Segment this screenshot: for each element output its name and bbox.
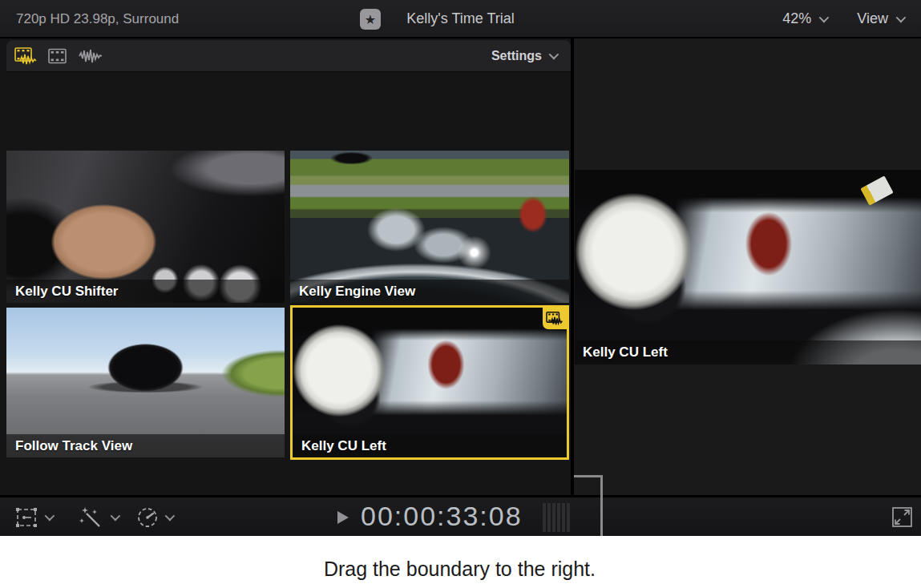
angle-label: Kelly CU Left [301, 438, 386, 454]
chevron-down-icon [549, 50, 559, 60]
speedometer-icon [136, 506, 159, 529]
screenshot-stage: 720p HD 23.98p, Surround Kelly's Time Tr… [0, 0, 921, 588]
angle-label-bar: Kelly CU Left [293, 434, 567, 457]
transform-icon [14, 506, 38, 529]
angle-label-bar: Follow Track View [6, 434, 285, 457]
caption-text: Drag the boundary to the right. [324, 558, 596, 581]
angle-thumbnail-follow-track-view[interactable]: Follow Track View [6, 308, 285, 457]
angle-label-bar: Kelly CU Shifter [6, 280, 285, 303]
chevron-down-icon[interactable] [819, 13, 830, 23]
angle-thumbnail-kelly-cu-left[interactable]: Kelly CU Left [293, 308, 567, 457]
magic-wand-icon [79, 505, 104, 530]
audio-meters[interactable] [543, 503, 570, 532]
retime-tool-button[interactable] [136, 497, 172, 537]
transform-tool-button[interactable] [14, 497, 52, 537]
zoom-level-value[interactable]: 42% [782, 10, 811, 27]
settings-label: Settings [491, 49, 542, 63]
angle-label: Kelly Engine View [299, 284, 415, 300]
chevron-down-icon [165, 511, 176, 522]
angle-thumbnail-kelly-cu-shifter[interactable]: Kelly CU Shifter [6, 151, 285, 303]
angle-label: Follow Track View [15, 438, 132, 454]
chevron-down-icon [111, 511, 121, 522]
caption-area: Drag the boundary to the right. [0, 536, 921, 588]
enhancements-tool-button[interactable] [79, 497, 118, 537]
audio-switch-icon[interactable] [79, 48, 103, 64]
angle-grid: Kelly CU Shifter Kelly Engine View Follo… [0, 72, 571, 501]
timecode-display[interactable]: 00:00:33:08 [361, 501, 523, 532]
title-bar: 720p HD 23.98p, Surround Kelly's Time Tr… [0, 0, 921, 38]
angle-label-bar: Kelly Engine View [290, 280, 569, 303]
view-menu-button[interactable]: View [857, 10, 888, 27]
angle-viewer-panel: Settings Kelly CU Shifter Kelly Engine V… [0, 38, 571, 495]
video-switch-icon[interactable] [48, 48, 67, 64]
fcp-window: 720p HD 23.98p, Surround Kelly's Time Tr… [0, 0, 921, 536]
chevron-down-icon [45, 511, 55, 522]
angle-viewer-toolbar: Settings [6, 40, 571, 72]
viewer-angle-label-bar: Kelly CU Left [575, 340, 921, 364]
angle-thumbnail-kelly-engine-view[interactable]: Kelly Engine View [290, 151, 569, 303]
viewer-angle-label: Kelly CU Left [583, 344, 668, 360]
callout-line-horizontal [574, 475, 603, 477]
transport-bar: 00:00:33:08 [0, 497, 921, 536]
viewer-video-kelly-cu-left: Kelly CU Left [575, 170, 921, 364]
play-button[interactable] [337, 510, 349, 525]
settings-menu-button[interactable]: Settings [491, 49, 556, 63]
video-audio-switch-icon[interactable] [14, 47, 37, 65]
main-viewer-panel: Kelly CU Left [574, 38, 921, 495]
star-badge-icon: ★ [360, 9, 381, 30]
expand-icon[interactable] [891, 506, 913, 528]
angle-label: Kelly CU Shifter [15, 284, 118, 300]
video-audio-switch-badge-icon [543, 308, 567, 329]
